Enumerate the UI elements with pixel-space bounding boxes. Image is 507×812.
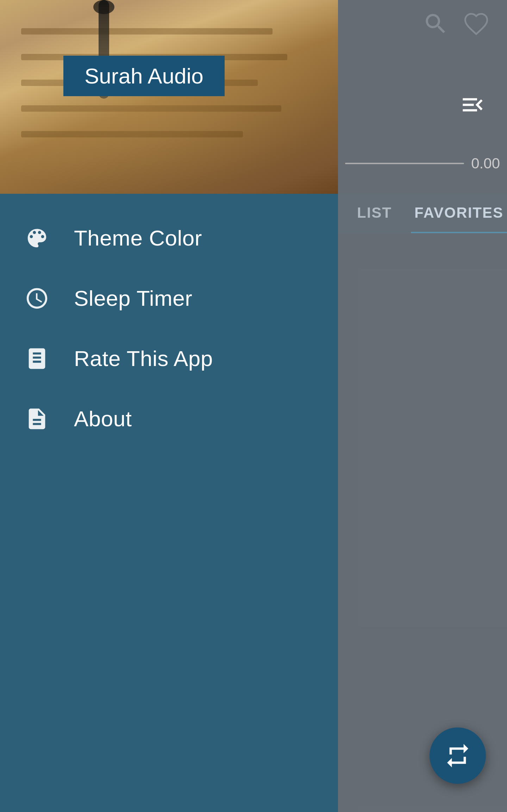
drawer-menu-items: Theme Color Sleep Timer Rate This App [0,201,338,456]
about-icon [21,407,53,431]
menu-item-rate-app[interactable]: Rate This App [0,328,338,389]
theme-icon [21,226,53,250]
menu-item-theme-color[interactable]: Theme Color [0,208,338,268]
progress-area: 0.00 [345,155,500,172]
repeat-icon [444,742,472,770]
menu-item-about[interactable]: About [0,389,338,449]
menu-item-sleep-timer[interactable]: Sleep Timer [0,268,338,328]
sleep-timer-label: Sleep Timer [74,286,192,311]
navigation-drawer: Surah Audio Theme Color Sleep Timer [0,0,338,812]
about-label: About [74,406,132,431]
fab-repeat-button[interactable] [430,727,486,784]
rate-app-label: Rate This App [74,346,213,371]
playlist-icon[interactable] [459,92,486,119]
right-scrim-overlay [338,0,507,812]
progress-track[interactable] [345,163,464,164]
quran-book-image [0,0,338,194]
app-title-overlay: Surah Audio [63,56,225,96]
tab-favorites[interactable]: FAVORITES [411,194,507,233]
theme-color-label: Theme Color [74,225,202,250]
drawer-header-image: Surah Audio [0,0,338,194]
tabs-row: LIST FAVORITES [338,194,507,233]
app-title-text: Surah Audio [84,64,204,88]
tab-list[interactable]: LIST [338,194,411,233]
prayer-beads-top [93,0,114,14]
sleep-timer-icon [21,286,53,311]
rate-icon [21,346,53,371]
progress-time: 0.00 [471,155,500,172]
